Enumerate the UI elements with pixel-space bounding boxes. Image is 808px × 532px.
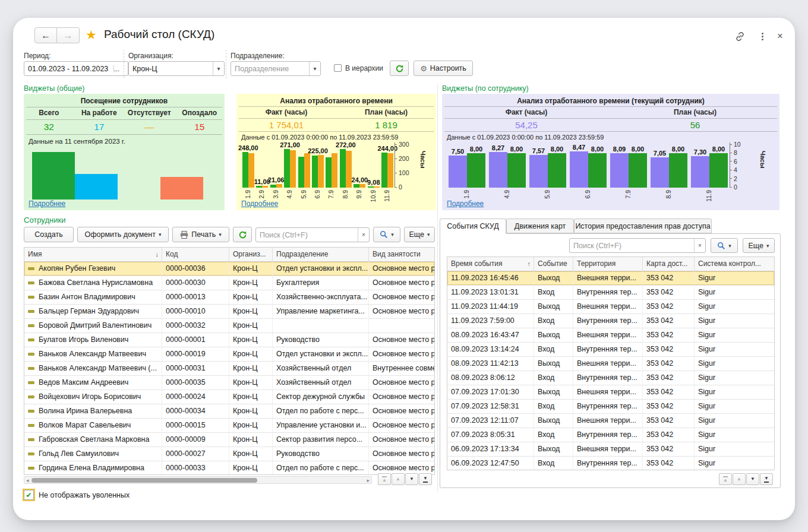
scroll-up-button[interactable]: ▲: [392, 473, 405, 485]
bar-plan: [709, 153, 728, 188]
scroll-down-button[interactable]: ▼: [405, 473, 418, 485]
bar-plan: [374, 186, 380, 188]
employees-more-button[interactable]: Еще ▾: [404, 227, 435, 242]
employee-widget-title: Анализ отработанного времени (текущий со…: [442, 97, 779, 105]
table-row[interactable]: 11.09.2023 16:45:46ВыходВнешняя терри...…: [447, 271, 774, 286]
events-search-input[interactable]: [570, 242, 694, 250]
panel-splitter[interactable]: [437, 84, 438, 492]
cell: Внешняя терри...: [573, 328, 643, 342]
hierarchy-checkbox[interactable]: [334, 64, 342, 72]
employees-search-settings-button[interactable]: ▾: [373, 227, 400, 242]
table-row[interactable]: Булатов Игорь Виленович0000-00001Крон-ЦР…: [24, 333, 434, 347]
table-row[interactable]: 06.09.2023 12:47:50ВходВнутренняя тер...…: [447, 457, 774, 470]
table-row[interactable]: Бажова Светлана Нурисламовна0000-00030Кр…: [24, 276, 434, 290]
column-header-code[interactable]: Код: [162, 248, 229, 261]
table-row[interactable]: Войцехович Игорь Борисович0000-00024Крон…: [24, 390, 434, 404]
bar-fact: [489, 152, 507, 188]
back-button[interactable]: ←: [34, 27, 57, 43]
dept-input[interactable]: [231, 62, 309, 75]
employee-icon: [28, 353, 34, 356]
column-header-access-card[interactable]: Карта дост...: [643, 257, 695, 271]
table-row[interactable]: 11.09.2023 11:44:19ВыходВнешняя терри...…: [447, 300, 774, 314]
table-row[interactable]: Гольд Лев Самуилович0000-00027Крон-ЦРуко…: [24, 447, 434, 461]
get-link-icon[interactable]: [733, 30, 746, 43]
tab-access-rights-history[interactable]: История предоставления прав доступа: [574, 218, 712, 233]
hide-fired-checkbox[interactable]: ✔: [24, 490, 34, 500]
close-icon[interactable]: ×: [774, 30, 787, 43]
column-header-employment[interactable]: Вид занятости: [369, 248, 434, 261]
table-row[interactable]: 11.09.2023 13:01:31ВходВнутренняя тер...…: [447, 286, 774, 300]
table-row[interactable]: 07.09.2023 12:11:07ВыходВнешняя терри...…: [447, 414, 774, 428]
configure-button[interactable]: ⚙ Настроить: [414, 61, 473, 76]
clear-search-icon[interactable]: ×: [694, 239, 705, 252]
events-more-button[interactable]: Еще ▾: [743, 238, 775, 253]
column-header-name[interactable]: Имя↓: [24, 248, 162, 261]
scroll-left-icon[interactable]: ◂: [26, 477, 29, 484]
table-row[interactable]: Волина Ирина Валерьевна0000-00034Крон-ЦО…: [24, 404, 434, 419]
table-row[interactable]: 07.09.2023 12:58:31ВходВнутренняя тер...…: [447, 400, 774, 414]
table-row[interactable]: Акопян Рубен Гезевич0000-00036Крон-ЦОтде…: [24, 262, 434, 276]
scroll-right-icon[interactable]: ▸: [367, 477, 370, 484]
table-row[interactable]: Ваньков Александр Матвеевич0000-00019Кро…: [24, 347, 434, 362]
table-row[interactable]: Ваньков Александр Матвеевич (...0000-000…: [24, 362, 434, 376]
scroll-bottom-button[interactable]: ▼: [760, 473, 773, 485]
table-row[interactable]: Ведов Максим Андреевич0000-00035Крон-ЦХо…: [24, 376, 434, 390]
tab-skud-events[interactable]: События СКУД: [440, 218, 506, 234]
table-row[interactable]: 08.09.2023 13:14:24ВходВнутренняя тер...…: [447, 343, 774, 357]
dept-dropdown-icon[interactable]: ▾: [309, 62, 320, 75]
table-row[interactable]: 06.09.2023 17:13:34ВыходВнешняя терри...…: [447, 442, 774, 457]
column-header-control-system[interactable]: Система контрол...: [695, 257, 774, 271]
bar-label: 8,00: [632, 145, 644, 153]
refresh-button[interactable]: [390, 61, 409, 76]
table-row[interactable]: 08.09.2023 11:42:13ВыходВнешняя терри...…: [447, 357, 774, 371]
table-row[interactable]: 11.09.2023 7:59:00ВходВнутренняя тер...3…: [447, 314, 774, 328]
scroll-down-button[interactable]: ▼: [746, 473, 759, 485]
scrollbar-thumb[interactable]: [31, 478, 257, 483]
scroll-top-button[interactable]: ▲: [719, 473, 732, 485]
scroll-bottom-button[interactable]: ▼: [419, 473, 432, 485]
table-row[interactable]: 08.09.2023 8:06:12ВходВнутренняя тер...3…: [447, 371, 774, 385]
scroll-top-button[interactable]: ▲: [378, 473, 391, 485]
column-header-event-time[interactable]: Время события↑: [447, 257, 534, 271]
print-button[interactable]: Печать ▾: [172, 227, 229, 242]
column-header-event[interactable]: Событие: [534, 257, 573, 271]
cell: Ваньков Александр Матвеевич (...: [24, 362, 162, 375]
create-button[interactable]: Создать: [24, 227, 74, 242]
org-dropdown-icon[interactable]: ▾: [213, 62, 224, 75]
table-row[interactable]: Гордина Елена Владимировна0000-00033Крон…: [24, 461, 434, 475]
scroll-up-button[interactable]: ▲: [733, 473, 746, 485]
org-input[interactable]: [129, 62, 213, 75]
events-search-settings-button[interactable]: ▾: [711, 238, 738, 253]
employee-details-link[interactable]: Подробнее: [447, 200, 484, 208]
table-row[interactable]: 07.09.2023 8:05:31ВходВнутренняя тер...3…: [447, 428, 774, 442]
employees-hscrollbar[interactable]: ◂ ▸: [24, 476, 372, 484]
bar-fact: [298, 157, 304, 188]
page-title: Рабочий стол (СКУД): [104, 28, 214, 41]
cell: Бальцер Герман Эдуардович: [24, 305, 162, 318]
employee-icon: [28, 310, 34, 313]
period-picker-button[interactable]: ...: [113, 65, 128, 72]
period-input[interactable]: [24, 62, 113, 75]
table-row[interactable]: Волков Марат Савельевич0000-00015Крон-ЦУ…: [24, 419, 434, 433]
table-row[interactable]: Габровская Светлана Марковна0000-00009Кр…: [24, 433, 434, 447]
column-header-territory[interactable]: Территория: [573, 257, 643, 271]
column-header-org[interactable]: Организ...: [229, 248, 273, 261]
table-row[interactable]: 07.09.2023 17:01:30ВыходВнешняя терри...…: [447, 385, 774, 400]
make-document-button[interactable]: Оформить документ ▾: [77, 227, 169, 242]
more-menu-icon[interactable]: [756, 30, 769, 43]
tab-card-movements[interactable]: Движения карт: [506, 218, 574, 233]
attendance-details-link[interactable]: Подробнее: [29, 200, 65, 208]
employees-search-field: ×: [255, 227, 370, 242]
forward-button[interactable]: →: [57, 27, 80, 43]
table-row[interactable]: 08.09.2023 16:43:47ВыходВнешняя терри...…: [447, 328, 774, 343]
clear-search-icon[interactable]: ×: [358, 228, 369, 242]
cell: Вход: [534, 286, 573, 299]
column-header-dept[interactable]: Подразделение: [273, 248, 369, 261]
table-row[interactable]: Базин Антон Владимирович0000-00013Крон-Ц…: [24, 290, 434, 305]
favorite-star-icon[interactable]: ★: [86, 28, 97, 42]
employees-search-input[interactable]: [256, 231, 358, 239]
worktime-details-link[interactable]: Подробнее: [241, 200, 278, 208]
table-row[interactable]: Боровой Дмитрий Валентинович0000-00032Кр…: [24, 319, 434, 333]
table-row[interactable]: Бальцер Герман Эдуардович0000-00010Крон-…: [24, 305, 434, 319]
employees-refresh-button[interactable]: [233, 227, 252, 242]
